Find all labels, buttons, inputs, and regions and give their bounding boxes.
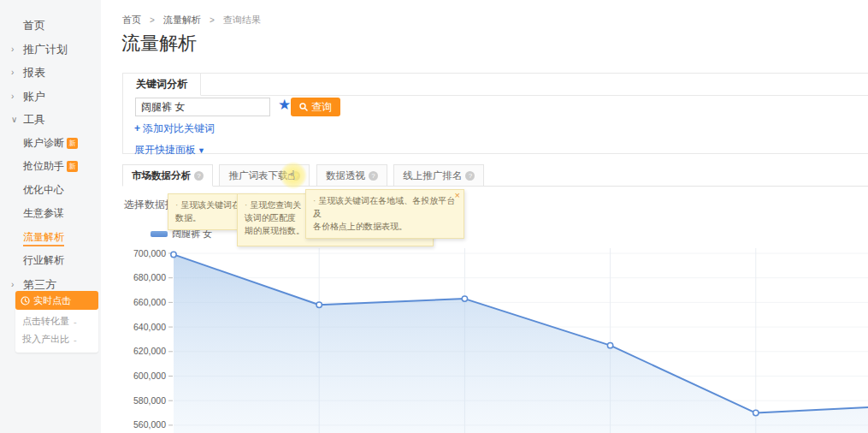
svg-text:640,000: 640,000 [133, 322, 166, 332]
sidebar-item-reports[interactable]: › 报表 [0, 61, 101, 85]
add-compare-keyword-link[interactable]: +添加对比关键词 [134, 122, 215, 136]
chevron-right-icon: › [11, 38, 14, 62]
click-conversion-row[interactable]: 点击转化量 - [15, 310, 98, 328]
clock-icon [21, 296, 30, 305]
sidebar-item-account-diagnosis[interactable]: 账户诊断新 [0, 132, 101, 156]
keyword-search-input[interactable] [135, 98, 270, 116]
chevron-right-icon: › [11, 61, 14, 85]
realtime-clicks-widget: 实时点击 点击转化量 - 投入产出比 - [15, 291, 98, 353]
svg-text:620,000: 620,000 [133, 346, 166, 356]
help-icon[interactable]: ? [369, 171, 378, 181]
sidebar-item-home[interactable]: 首页 [0, 14, 101, 38]
tab-keyword-analysis[interactable]: 关键词分析 [123, 74, 201, 96]
keyword-panel-tabrow: 关键词分析 [123, 74, 868, 96]
tab-promo-wordlist-download[interactable]: 推广词表下载? [219, 164, 310, 187]
bullet-icon: · [175, 200, 178, 210]
breadcrumb-home[interactable]: 首页 [122, 15, 141, 25]
realtime-clicks-header[interactable]: 实时点击 [15, 291, 98, 310]
sidebar-item-traffic-analysis[interactable]: 流量解析 [0, 226, 101, 250]
new-badge: 新 [67, 138, 78, 149]
sidebar-item-optimization-center[interactable]: 优化中心 [0, 179, 101, 203]
tab-online-promo-ranking[interactable]: 线上推广排名? [393, 164, 484, 187]
bullet-icon: · [313, 196, 316, 205]
svg-text:680,000: 680,000 [133, 272, 166, 282]
keyword-analysis-panel: 关键词分析 ★ 查询 +添加对比关键词 展开快捷面板▼ [122, 73, 868, 154]
sidebar: 首页 › 推广计划 › 报表 › 账户 ∨ 工具 账户诊断新 抢位助手新 优化中… [0, 0, 101, 433]
help-icon[interactable]: ? [194, 171, 204, 181]
tooltip-data-pivot: × ·呈现该关键词在各地域、各投放平台及 各价格点上的数据表现。 [305, 189, 464, 239]
svg-text:700,000: 700,000 [133, 248, 166, 258]
sidebar-item-business-advisor[interactable]: 生意参谋 [0, 202, 101, 226]
svg-text:600,000: 600,000 [133, 371, 166, 381]
realtime-clicks-label: 实时点击 [33, 294, 71, 307]
svg-text:560,000: 560,000 [133, 419, 166, 430]
sidebar-item-tools[interactable]: ∨ 工具 [0, 108, 101, 132]
tab-market-data-analysis[interactable]: 市场数据分析? [122, 164, 213, 187]
help-icon[interactable]: ? [291, 171, 300, 181]
roi-row[interactable]: 投入产出比 - [15, 328, 98, 346]
expand-quick-panel-link[interactable]: 展开快捷面板▼ [134, 143, 205, 157]
chevron-right-icon: › [11, 85, 14, 109]
sidebar-item-promo-plan[interactable]: › 推广计划 [0, 38, 101, 62]
bullet-icon: · [245, 200, 247, 210]
chevron-right-icon: › [11, 273, 14, 297]
breadcrumb-traffic-analysis[interactable]: 流量解析 [163, 15, 201, 25]
roi-value: - [74, 335, 77, 345]
search-icon [299, 103, 308, 111]
svg-text:580,000: 580,000 [133, 395, 166, 406]
help-icon[interactable]: ? [465, 171, 475, 181]
breadcrumb: 首页 > 流量解析 > 查询结果 [122, 14, 261, 27]
favorite-star-icon[interactable]: ★ [278, 96, 291, 115]
query-button[interactable]: 查询 [291, 98, 340, 116]
sidebar-item-account[interactable]: › 账户 [0, 85, 101, 109]
data-tabs: 市场数据分析? 推广词表下载? 数据透视? 线上推广排名? [122, 164, 868, 187]
legend-swatch [151, 231, 168, 237]
close-icon[interactable]: × [455, 191, 460, 200]
svg-text:660,000: 660,000 [133, 297, 166, 307]
breadcrumb-current: 查询结果 [223, 15, 261, 25]
sidebar-item-industry-analysis[interactable]: 行业解析 [0, 249, 101, 273]
click-conversion-value: - [74, 317, 77, 327]
caret-down-icon: ▼ [198, 146, 205, 155]
breadcrumb-separator-icon: > [150, 15, 155, 25]
plus-icon: + [134, 122, 140, 134]
page-title: 流量解析 [121, 31, 197, 56]
chevron-down-icon: ∨ [11, 108, 17, 132]
breadcrumb-separator-icon: > [210, 15, 215, 25]
new-badge: 新 [67, 161, 78, 172]
sidebar-item-rank-assistant[interactable]: 抢位助手新 [0, 155, 101, 179]
tab-data-pivot[interactable]: 数据透视? [316, 164, 387, 187]
